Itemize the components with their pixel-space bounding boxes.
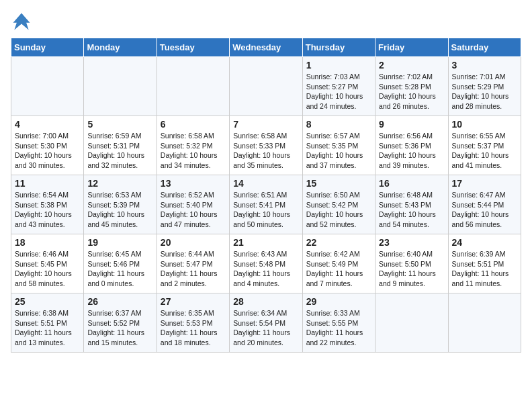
calendar-cell: 10Sunrise: 6:55 AMSunset: 5:37 PMDayligh… xyxy=(448,116,521,175)
day-detail: Sunrise: 6:33 AMSunset: 5:55 PMDaylight:… xyxy=(306,308,371,348)
day-number: 4 xyxy=(15,119,80,130)
day-number: 7 xyxy=(233,119,298,130)
calendar-cell: 1Sunrise: 7:03 AMSunset: 5:27 PMDaylight… xyxy=(302,57,375,116)
day-number: 23 xyxy=(379,237,444,248)
calendar-cell: 15Sunrise: 6:50 AMSunset: 5:42 PMDayligh… xyxy=(302,175,375,234)
calendar-cell: 17Sunrise: 6:47 AMSunset: 5:44 PMDayligh… xyxy=(448,175,521,234)
calendar-cell: 28Sunrise: 6:34 AMSunset: 5:54 PMDayligh… xyxy=(230,293,302,353)
day-detail: Sunrise: 6:57 AMSunset: 5:35 PMDaylight:… xyxy=(306,131,371,171)
day-detail: Sunrise: 6:51 AMSunset: 5:41 PMDaylight:… xyxy=(233,190,298,230)
day-number: 24 xyxy=(452,237,517,248)
calendar-week-row: 4Sunrise: 7:00 AMSunset: 5:30 PMDaylight… xyxy=(11,116,521,175)
day-number: 13 xyxy=(161,178,226,189)
calendar-cell: 29Sunrise: 6:33 AMSunset: 5:55 PMDayligh… xyxy=(302,293,375,353)
calendar-cell: 7Sunrise: 6:58 AMSunset: 5:33 PMDaylight… xyxy=(230,116,302,175)
day-number: 10 xyxy=(452,119,517,130)
day-detail: Sunrise: 6:55 AMSunset: 5:37 PMDaylight:… xyxy=(452,131,517,171)
day-detail: Sunrise: 6:53 AMSunset: 5:39 PMDaylight:… xyxy=(87,190,152,230)
calendar-body: 1Sunrise: 7:03 AMSunset: 5:27 PMDaylight… xyxy=(11,57,521,353)
day-number: 21 xyxy=(233,237,298,248)
day-detail: Sunrise: 6:42 AMSunset: 5:49 PMDaylight:… xyxy=(306,249,371,289)
day-number: 11 xyxy=(15,178,80,189)
day-number: 19 xyxy=(87,237,152,248)
day-detail: Sunrise: 6:40 AMSunset: 5:50 PMDaylight:… xyxy=(379,249,444,289)
logo xyxy=(11,11,35,32)
day-of-week-header: Sunday xyxy=(11,38,84,57)
calendar-cell: 18Sunrise: 6:46 AMSunset: 5:45 PMDayligh… xyxy=(11,234,84,293)
day-number: 6 xyxy=(161,119,226,130)
day-detail: Sunrise: 6:58 AMSunset: 5:32 PMDaylight:… xyxy=(161,131,226,171)
calendar-cell: 27Sunrise: 6:35 AMSunset: 5:53 PMDayligh… xyxy=(157,293,229,353)
day-number: 26 xyxy=(87,296,152,307)
day-number: 29 xyxy=(306,296,371,307)
day-detail: Sunrise: 6:47 AMSunset: 5:44 PMDaylight:… xyxy=(452,190,517,230)
day-number: 20 xyxy=(161,237,226,248)
day-number: 9 xyxy=(379,119,444,130)
calendar-cell: 23Sunrise: 6:40 AMSunset: 5:50 PMDayligh… xyxy=(375,234,448,293)
logo-icon xyxy=(11,11,32,32)
day-detail: Sunrise: 6:35 AMSunset: 5:53 PMDaylight:… xyxy=(161,308,226,348)
day-of-week-header: Friday xyxy=(375,38,448,57)
day-detail: Sunrise: 6:45 AMSunset: 5:46 PMDaylight:… xyxy=(87,249,152,289)
day-detail: Sunrise: 6:50 AMSunset: 5:42 PMDaylight:… xyxy=(306,190,371,230)
day-number: 17 xyxy=(452,178,517,189)
calendar-cell: 14Sunrise: 6:51 AMSunset: 5:41 PMDayligh… xyxy=(230,175,302,234)
day-detail: Sunrise: 6:46 AMSunset: 5:45 PMDaylight:… xyxy=(15,249,80,289)
day-detail: Sunrise: 6:54 AMSunset: 5:38 PMDaylight:… xyxy=(15,190,80,230)
days-of-week-row: SundayMondayTuesdayWednesdayThursdayFrid… xyxy=(11,38,521,57)
day-number: 14 xyxy=(233,178,298,189)
calendar-cell: 16Sunrise: 6:48 AMSunset: 5:43 PMDayligh… xyxy=(375,175,448,234)
day-of-week-header: Tuesday xyxy=(157,38,229,57)
day-detail: Sunrise: 6:34 AMSunset: 5:54 PMDaylight:… xyxy=(233,308,298,348)
calendar-cell: 2Sunrise: 7:02 AMSunset: 5:28 PMDaylight… xyxy=(375,57,448,116)
day-number: 18 xyxy=(15,237,80,248)
calendar-cell: 22Sunrise: 6:42 AMSunset: 5:49 PMDayligh… xyxy=(302,234,375,293)
calendar-cell: 21Sunrise: 6:43 AMSunset: 5:48 PMDayligh… xyxy=(230,234,302,293)
day-number: 8 xyxy=(306,119,371,130)
calendar-cell: 24Sunrise: 6:39 AMSunset: 5:51 PMDayligh… xyxy=(448,234,521,293)
day-detail: Sunrise: 6:52 AMSunset: 5:40 PMDaylight:… xyxy=(161,190,226,230)
day-detail: Sunrise: 7:00 AMSunset: 5:30 PMDaylight:… xyxy=(15,131,80,171)
calendar-week-row: 25Sunrise: 6:38 AMSunset: 5:51 PMDayligh… xyxy=(11,293,521,353)
day-detail: Sunrise: 6:44 AMSunset: 5:47 PMDaylight:… xyxy=(161,249,226,289)
day-of-week-header: Saturday xyxy=(448,38,521,57)
day-detail: Sunrise: 7:02 AMSunset: 5:28 PMDaylight:… xyxy=(379,72,444,111)
day-number: 1 xyxy=(306,60,371,71)
day-detail: Sunrise: 6:59 AMSunset: 5:31 PMDaylight:… xyxy=(87,131,152,171)
calendar-cell: 3Sunrise: 7:01 AMSunset: 5:29 PMDaylight… xyxy=(448,57,521,116)
day-number: 16 xyxy=(379,178,444,189)
calendar-cell xyxy=(230,57,302,116)
calendar-header: SundayMondayTuesdayWednesdayThursdayFrid… xyxy=(11,38,521,57)
calendar-cell: 4Sunrise: 7:00 AMSunset: 5:30 PMDaylight… xyxy=(11,116,84,175)
day-detail: Sunrise: 6:48 AMSunset: 5:43 PMDaylight:… xyxy=(379,190,444,230)
calendar-cell xyxy=(375,293,448,353)
day-number: 12 xyxy=(87,178,152,189)
day-detail: Sunrise: 6:38 AMSunset: 5:51 PMDaylight:… xyxy=(15,308,80,348)
day-of-week-header: Wednesday xyxy=(230,38,302,57)
calendar-cell xyxy=(84,57,157,116)
day-number: 15 xyxy=(306,178,371,189)
calendar-table: SundayMondayTuesdayWednesdayThursdayFrid… xyxy=(11,38,521,353)
calendar-cell: 25Sunrise: 6:38 AMSunset: 5:51 PMDayligh… xyxy=(11,293,84,353)
calendar-cell: 13Sunrise: 6:52 AMSunset: 5:40 PMDayligh… xyxy=(157,175,229,234)
day-of-week-header: Thursday xyxy=(302,38,375,57)
calendar-cell: 26Sunrise: 6:37 AMSunset: 5:52 PMDayligh… xyxy=(84,293,157,353)
day-detail: Sunrise: 6:56 AMSunset: 5:36 PMDaylight:… xyxy=(379,131,444,171)
page-header xyxy=(11,11,521,32)
day-number: 28 xyxy=(233,296,298,307)
day-detail: Sunrise: 6:58 AMSunset: 5:33 PMDaylight:… xyxy=(233,131,298,171)
calendar-cell: 6Sunrise: 6:58 AMSunset: 5:32 PMDaylight… xyxy=(157,116,229,175)
calendar-cell: 8Sunrise: 6:57 AMSunset: 5:35 PMDaylight… xyxy=(302,116,375,175)
day-of-week-header: Monday xyxy=(84,38,157,57)
calendar-cell: 11Sunrise: 6:54 AMSunset: 5:38 PMDayligh… xyxy=(11,175,84,234)
calendar-week-row: 18Sunrise: 6:46 AMSunset: 5:45 PMDayligh… xyxy=(11,234,521,293)
day-number: 27 xyxy=(161,296,226,307)
svg-marker-0 xyxy=(13,13,30,30)
day-number: 22 xyxy=(306,237,371,248)
day-detail: Sunrise: 6:39 AMSunset: 5:51 PMDaylight:… xyxy=(452,249,517,289)
day-number: 5 xyxy=(87,119,152,130)
calendar-cell: 20Sunrise: 6:44 AMSunset: 5:47 PMDayligh… xyxy=(157,234,229,293)
calendar-cell xyxy=(11,57,84,116)
calendar-cell: 12Sunrise: 6:53 AMSunset: 5:39 PMDayligh… xyxy=(84,175,157,234)
calendar-cell xyxy=(157,57,229,116)
